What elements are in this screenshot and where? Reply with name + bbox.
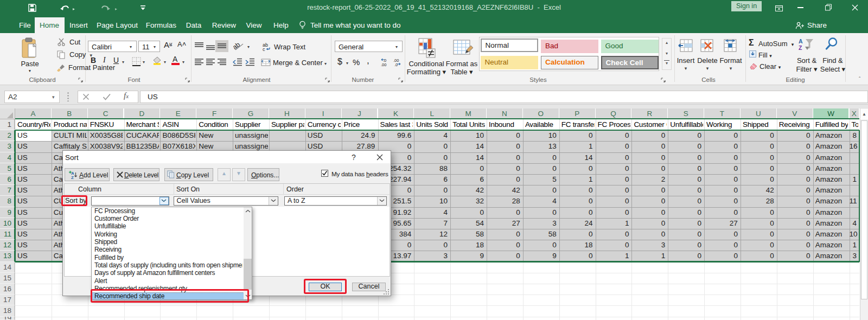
svg-text:A: A — [799, 38, 803, 44]
svg-text:Z: Z — [799, 44, 802, 51]
svg-text:.00: .00 — [381, 62, 386, 67]
svg-text:c: c — [263, 47, 265, 51]
svg-text:Z: Z — [71, 175, 74, 179]
